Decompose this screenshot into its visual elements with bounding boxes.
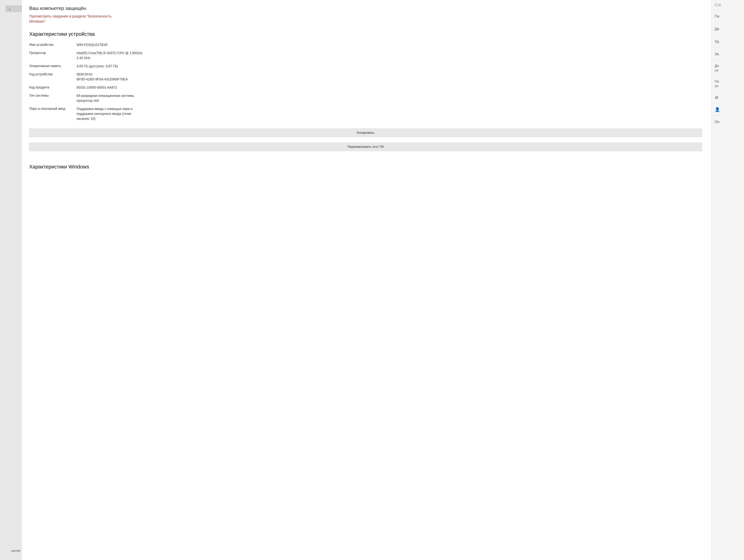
spec-label-system-type: Тип системы: [29, 93, 77, 97]
device-section-title: Характеристики устройства: [29, 31, 702, 37]
table-row: Оперативная память 4,00 ГБ (доступно: 3,…: [29, 64, 702, 69]
left-sidebar: 🔍 ьютер: [0, 0, 22, 560]
right-panel: Cor Па Ди Уд За Доси Пеоп ⚙ 👤 On: [711, 0, 744, 560]
spec-label-ram: Оперативная память: [29, 64, 77, 68]
spec-label-name: Имя устройства: [29, 42, 77, 47]
spec-table: Имя устройства WIN-FDSQU21TB1R Процессор…: [29, 42, 702, 121]
copy-button[interactable]: Копировать: [29, 128, 702, 137]
spec-label-cpu: Процессор: [29, 51, 77, 55]
security-status: Ваш компьютер защищён.: [29, 5, 702, 11]
spec-label-pen: Перо и сенсорный ввод: [29, 107, 77, 111]
buttons-row: Копировать Переименовать этот ПК: [29, 128, 702, 158]
right-panel-item-3: Уд: [713, 35, 742, 48]
right-icon-row-2: 👤: [713, 104, 742, 116]
spec-label-device-id: Код устройства: [29, 72, 77, 76]
table-row: Имя устройства WIN-FDSQU21TB1R: [29, 42, 702, 47]
spec-label-product-id: Код продукта: [29, 85, 77, 89]
rename-button[interactable]: Переименовать этот ПК: [29, 143, 702, 151]
right-panel-item-5: Доси: [713, 61, 742, 76]
windows-section-title: Характеристики Windows: [29, 164, 702, 170]
right-icon-row-1: ⚙: [713, 92, 742, 104]
right-panel-item-6: Пеоп: [713, 76, 742, 92]
right-panel-item-1: Па: [713, 10, 742, 23]
spec-value-name: WIN-FDSQU21TB1R: [77, 42, 702, 47]
table-row: Тип системы 64-разрядная операционная си…: [29, 93, 702, 103]
right-panel-item-4: За: [713, 48, 742, 61]
search-icon: 🔍: [7, 7, 11, 10]
settings-icon: ⚙: [715, 95, 719, 100]
main-content: Ваш компьютер защищён. Просмотреть сведе…: [22, 0, 711, 560]
table-row: Перо и сенсорный ввод Поддержка ввода с …: [29, 107, 702, 121]
spec-value-device-id: 0E8C5F42-BF9D-41BD-9F5A-431D060F76EA: [77, 72, 702, 82]
spec-value-pen: Поддержка ввода с помощью пера иподдержк…: [77, 107, 702, 121]
sidebar-bottom-text: ьютер: [11, 549, 21, 553]
security-link[interactable]: Просмотреть сведения в разделе "Безопасн…: [29, 14, 112, 24]
table-row: Код продукта 00331-10000-00001-AA872: [29, 85, 702, 90]
right-panel-on-badge: On: [713, 116, 742, 128]
spec-value-system-type: 64-разрядная операционная система,процес…: [77, 93, 702, 103]
user-icon: 👤: [715, 107, 720, 112]
spec-value-ram: 4,00 ГБ (доступно: 3,87 ГБ): [77, 64, 702, 69]
spec-value-product-id: 00331-10000-00001-AA872: [77, 85, 702, 90]
right-panel-top: Cor: [713, 0, 742, 10]
spec-value-cpu: Intel(R) Core(TM) i5-3437U CPU @ 1.90GHz…: [77, 51, 702, 61]
right-panel-item-2: Ди: [713, 23, 742, 35]
table-row: Код устройства 0E8C5F42-BF9D-41BD-9F5A-4…: [29, 72, 702, 82]
table-row: Процессор Intel(R) Core(TM) i5-3437U CPU…: [29, 51, 702, 61]
search-box[interactable]: 🔍: [5, 5, 22, 12]
